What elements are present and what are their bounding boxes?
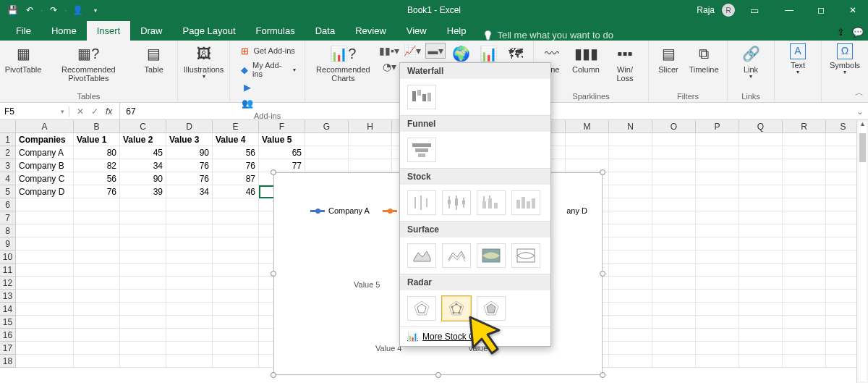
cell[interactable] [349, 133, 392, 146]
slicer-button[interactable]: ▤Slicer [655, 43, 682, 74]
cell[interactable] [652, 146, 696, 159]
cell[interactable] [213, 277, 259, 290]
cell[interactable] [826, 146, 861, 159]
cell[interactable] [696, 303, 739, 316]
surface-thumb-1[interactable] [407, 243, 436, 268]
cell[interactable] [74, 224, 120, 237]
surface-thumb-2[interactable] [442, 243, 471, 268]
cell[interactable] [652, 172, 696, 185]
cell[interactable] [696, 211, 739, 224]
cell[interactable] [609, 303, 652, 316]
column-header[interactable]: Q [739, 120, 783, 132]
cell[interactable] [74, 211, 120, 224]
cell[interactable] [166, 264, 213, 277]
cell[interactable] [739, 224, 783, 237]
cell[interactable] [826, 264, 861, 277]
collapse-ribbon-icon[interactable]: ︿ [855, 87, 864, 99]
cell[interactable] [826, 277, 861, 290]
column-chart-icon[interactable]: ▮▮▪▾ [380, 43, 399, 58]
cell[interactable] [783, 290, 826, 303]
cell[interactable]: 76 [166, 172, 213, 185]
funnel-thumb[interactable] [407, 138, 436, 162]
row-header[interactable]: 14 [0, 303, 16, 316]
cell[interactable] [826, 159, 861, 172]
line-chart-icon[interactable]: 📈▾ [403, 43, 422, 58]
pivottable-button[interactable]: ▦PivotTable [6, 43, 41, 74]
cell[interactable] [652, 237, 696, 251]
hierarchy-chart-icon[interactable]: ◔▾ [380, 59, 399, 74]
cell[interactable] [652, 185, 696, 198]
cell[interactable] [783, 355, 826, 368]
cell[interactable]: Company A [16, 146, 74, 159]
cell[interactable] [74, 237, 120, 251]
cell[interactable] [213, 342, 259, 355]
cell[interactable] [696, 172, 739, 185]
cell[interactable] [696, 277, 739, 290]
cell[interactable] [16, 290, 74, 303]
column-header[interactable]: F [259, 120, 305, 132]
cell[interactable] [652, 264, 696, 277]
cell[interactable] [739, 355, 783, 368]
row-header[interactable]: 1 [0, 133, 16, 146]
cell[interactable] [213, 264, 259, 277]
redo-icon[interactable]: ↷ [46, 2, 61, 18]
cell[interactable] [166, 290, 213, 303]
column-header[interactable]: R [783, 120, 826, 132]
recommended-charts-button[interactable]: 📊?Recommended Charts [311, 43, 375, 83]
cell[interactable] [16, 251, 74, 264]
tab-home[interactable]: Home [41, 21, 87, 41]
cell[interactable]: Value 3 [166, 133, 213, 146]
cell[interactable] [652, 133, 696, 146]
table-button[interactable]: ▤Table [137, 43, 171, 74]
cell[interactable] [826, 251, 861, 264]
formula-value[interactable]: 67 [119, 103, 141, 119]
cell[interactable] [739, 303, 783, 316]
surface-thumb-4[interactable] [511, 243, 540, 268]
cell[interactable] [652, 316, 696, 329]
tab-help[interactable]: Help [437, 21, 477, 41]
cell[interactable] [609, 211, 652, 224]
cell[interactable] [696, 159, 739, 172]
timeline-button[interactable]: ⧉Timeline [686, 43, 721, 74]
cell[interactable] [609, 355, 652, 368]
cell[interactable] [609, 290, 652, 303]
illustrations-button[interactable]: 🖼Illustrations▾ [184, 43, 224, 80]
cell[interactable]: 65 [259, 146, 305, 159]
cell[interactable] [826, 224, 861, 237]
cell[interactable] [826, 211, 861, 224]
cell[interactable] [120, 303, 166, 316]
cell[interactable]: 90 [166, 146, 213, 159]
column-header[interactable]: D [166, 120, 213, 132]
cell[interactable] [213, 355, 259, 368]
cell[interactable] [74, 316, 120, 329]
cell[interactable] [16, 355, 74, 368]
column-header[interactable]: H [349, 120, 392, 132]
cell[interactable] [349, 159, 392, 172]
ribbon-display-icon[interactable]: ▭ [742, 2, 767, 18]
cell[interactable] [120, 224, 166, 237]
cell[interactable] [826, 185, 861, 198]
cell[interactable]: Value 5 [259, 133, 305, 146]
cell[interactable] [609, 146, 652, 159]
close-icon[interactable]: ✕ [841, 2, 865, 18]
cell[interactable]: Company C [16, 172, 74, 185]
waterfall-chart-icon[interactable]: ▬▾ [426, 43, 445, 58]
share-icon[interactable]: ⇪ [837, 27, 845, 38]
cell[interactable] [696, 251, 739, 264]
cancel-edit-icon[interactable]: ✕ [77, 106, 84, 117]
link-button[interactable]: 🔗Link▾ [733, 43, 768, 80]
cell[interactable] [166, 224, 213, 237]
cell[interactable] [696, 224, 739, 237]
user-name[interactable]: Raja [697, 5, 715, 15]
cell[interactable] [166, 329, 213, 342]
cell[interactable] [74, 264, 120, 277]
cell[interactable] [739, 342, 783, 355]
resize-handle[interactable] [271, 372, 276, 378]
row-header[interactable]: 4 [0, 172, 16, 185]
cell[interactable] [783, 237, 826, 251]
cell[interactable] [783, 133, 826, 146]
cell[interactable] [166, 198, 213, 211]
cell[interactable]: 80 [74, 146, 120, 159]
cell[interactable]: 56 [74, 172, 120, 185]
expand-formula-icon[interactable]: ⌄ [856, 106, 864, 117]
